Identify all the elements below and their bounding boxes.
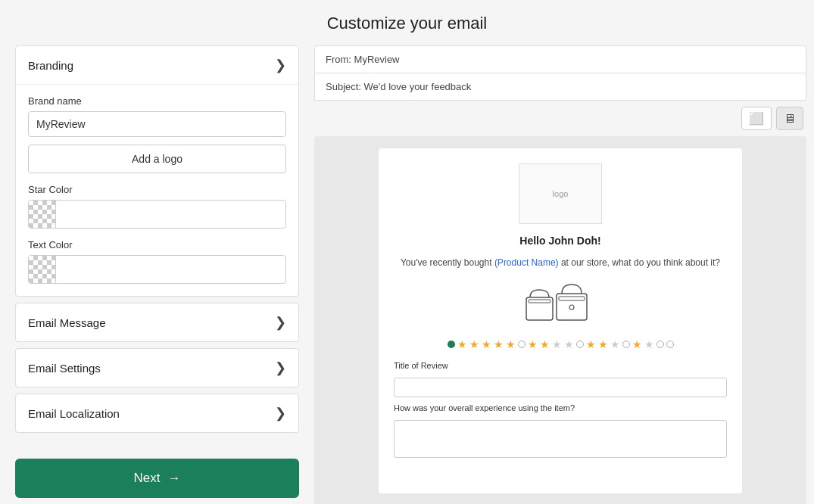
email-from-header: From: MyReview [314, 45, 806, 73]
brand-name-input[interactable] [28, 111, 286, 137]
logo-text: logo [553, 189, 569, 198]
email-settings-chevron-icon: ❯ [275, 359, 286, 376]
star-13[interactable]: ★ [632, 338, 642, 350]
tablet-view-button[interactable]: ⬜ [741, 107, 772, 130]
star-4[interactable]: ★ [494, 338, 504, 350]
star-5[interactable]: ★ [506, 338, 516, 350]
branding-header[interactable]: Branding ❯ [16, 46, 298, 84]
star-2[interactable]: ★ [469, 338, 479, 350]
branding-chevron-icon: ❯ [275, 57, 286, 73]
email-message-header[interactable]: Email Message ❯ [16, 303, 298, 341]
email-message-label: Email Message [28, 316, 106, 329]
right-panel: From: MyReview Subject: We'd love your f… [314, 45, 814, 504]
star-14[interactable]: ★ [644, 338, 654, 350]
star-color-text-input[interactable] [56, 202, 285, 226]
body-text-after: at our store, what do you think about it… [559, 257, 720, 268]
left-panel: Branding ❯ Brand name Add a logo Star Co… [0, 45, 314, 504]
star-11[interactable]: ★ [598, 338, 608, 350]
star-3[interactable]: ★ [482, 338, 491, 350]
body-text-before: You've recently bought [401, 257, 494, 268]
star-10[interactable]: ★ [586, 338, 596, 350]
star-6[interactable]: ★ [528, 338, 538, 350]
svg-rect-0 [526, 297, 553, 320]
star-7[interactable]: ★ [540, 338, 550, 350]
desktop-view-button[interactable]: 🖥 [776, 107, 803, 130]
email-toolbar: ⬜ 🖥 [314, 101, 806, 136]
email-greeting: Hello John Doh! [519, 235, 600, 247]
rating-dot-filled [448, 341, 455, 348]
tablet-icon: ⬜ [749, 112, 764, 125]
bags-svg [522, 278, 598, 328]
rating-dot-empty-1 [518, 341, 526, 348]
svg-rect-1 [529, 300, 550, 303]
branding-content: Brand name Add a logo Star Color Text Co… [16, 84, 298, 296]
next-button[interactable]: Next → [15, 459, 299, 498]
email-message-chevron-icon: ❯ [275, 314, 286, 331]
email-body-text: You've recently bought (Product Name) at… [401, 257, 720, 268]
star-color-swatch[interactable] [29, 201, 56, 228]
star-rating-row[interactable]: ★ ★ ★ ★ ★ ★ ★ ★ ★ ★ ★ ★ ★ ★ [448, 338, 674, 350]
next-arrow-icon: → [167, 471, 180, 486]
rating-dot-empty-4 [657, 341, 664, 348]
email-settings-section[interactable]: Email Settings ❯ [15, 348, 299, 387]
title-of-review-input[interactable] [394, 378, 727, 397]
product-name-link[interactable]: (Product Name) [494, 257, 559, 268]
branding-section: Branding ❯ Brand name Add a logo Star Co… [15, 45, 299, 297]
overall-experience-textarea[interactable] [394, 420, 727, 458]
svg-point-4 [569, 305, 574, 310]
email-settings-header[interactable]: Email Settings ❯ [16, 349, 298, 387]
email-subject-header: Subject: We'd love your feedback [314, 73, 806, 101]
email-localization-chevron-icon: ❯ [275, 405, 286, 422]
next-button-label: Next [134, 471, 161, 486]
text-color-text-input[interactable] [56, 257, 285, 282]
star-color-label: Star Color [28, 184, 286, 195]
text-color-label: Text Color [28, 239, 286, 250]
email-localization-label: Email Localization [28, 407, 120, 420]
star-8[interactable]: ★ [552, 338, 562, 350]
star-9[interactable]: ★ [564, 338, 574, 350]
email-settings-label: Email Settings [28, 362, 101, 375]
star-color-input-row [28, 200, 286, 229]
text-color-swatch[interactable] [29, 256, 56, 283]
brand-name-label: Brand name [28, 95, 286, 107]
email-preview: logo Hello John Doh! You've recently bou… [314, 136, 806, 504]
rating-dot-empty-2 [576, 341, 584, 348]
desktop-icon: 🖥 [784, 112, 796, 125]
branding-label: Branding [28, 59, 73, 72]
email-logo: logo [519, 163, 602, 224]
email-localization-header[interactable]: Email Localization ❯ [16, 394, 298, 432]
email-card: logo Hello John Doh! You've recently bou… [379, 148, 742, 493]
svg-rect-2 [557, 294, 587, 320]
product-illustration [522, 278, 598, 328]
svg-rect-3 [559, 297, 585, 300]
rating-dot-empty-3 [622, 341, 630, 348]
text-color-input-row [28, 255, 286, 284]
add-logo-button[interactable]: Add a logo [28, 145, 286, 173]
email-message-section[interactable]: Email Message ❯ [15, 303, 299, 342]
title-of-review-label: Title of Review [394, 361, 727, 370]
rating-dot-empty-5 [666, 341, 674, 348]
star-12[interactable]: ★ [610, 338, 620, 350]
overall-experience-label: How was your overall experience using th… [394, 403, 727, 412]
star-1[interactable]: ★ [457, 338, 467, 350]
review-form: Title of Review How was your overall exp… [394, 361, 727, 458]
email-localization-section[interactable]: Email Localization ❯ [15, 394, 299, 433]
page-title: Customize your email [0, 0, 814, 45]
